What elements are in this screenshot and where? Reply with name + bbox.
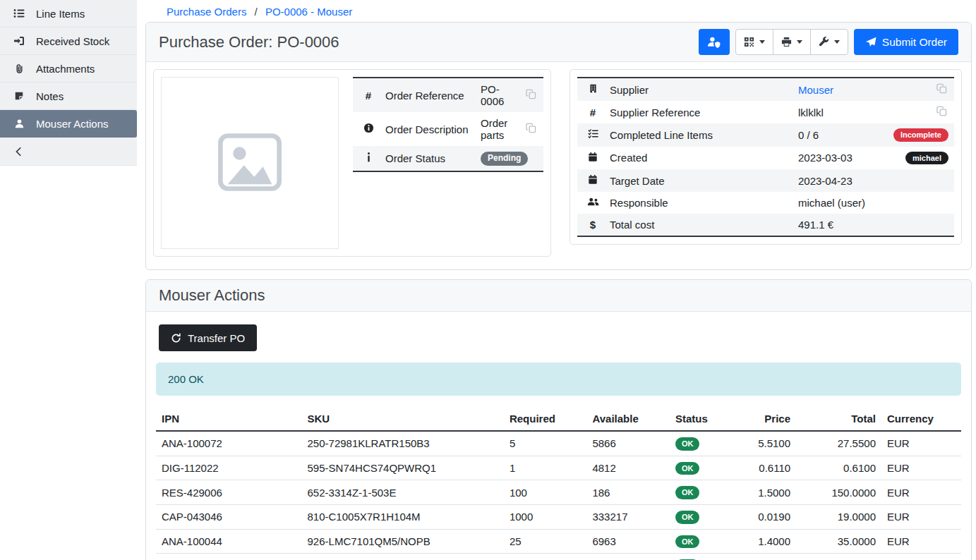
created-row: Created 2023-03-03michael [577,147,954,170]
cell-sku: 611-110.107.011/0205 [302,554,504,560]
ok-badge: OK [675,511,700,524]
sidebar-item-attachments[interactable]: Attachments [0,55,137,83]
detail-label: Created [604,147,793,170]
user-icon [12,118,26,129]
cell-available: 4812 [586,456,670,480]
supplier-details-card: Supplier Mouser # Supplier Reference lkl… [570,69,962,245]
submit-order-label: Submit Order [882,36,947,49]
cell-price: 5.7200 [740,554,796,560]
detail-label: Order Reference [380,78,475,112]
order-details-table: # Order Reference PO-0006 Order Descript… [353,77,543,172]
user-shield-icon [707,36,721,48]
mouser-actions-panel-body: Transfer PO 200 OK IPN SKU Required Avai… [146,312,971,560]
detail-label: Order Description [380,112,475,146]
detail-label: Supplier Reference [604,101,793,123]
copy-icon[interactable] [526,123,536,133]
cell-required: 25 [504,529,587,554]
hash-icon: # [590,106,596,118]
print-menu-button[interactable] [773,29,811,55]
main-content: Purchase Orders / PO-0006 - Mouser Purch… [137,0,976,560]
col-ipn: IPN [156,407,302,431]
incomplete-badge: Incomplete [893,128,948,142]
supplier-link[interactable]: Mouser [798,84,833,96]
ok-badge: OK [675,462,700,475]
order-description-row: Order Description Order parts [353,112,543,146]
table-row: ANA-100072 250-72981KLRATR150B3 5 5866 O… [156,431,961,456]
detail-value: michael (user) [793,192,954,214]
order-actions-menu-button[interactable] [810,29,848,55]
detail-label: Total cost [604,214,793,236]
mouser-actions-title: Mouser Actions [159,286,265,305]
table-row: ANA-100044 926-LMC7101QM5/NOPB 25 6963 O… [156,529,961,554]
dollar-icon: $ [590,219,596,231]
note-icon [12,91,26,101]
results-header-row: IPN SKU Required Available Status Price … [156,407,961,431]
printer-icon [781,37,792,47]
breadcrumb-link-purchase-orders[interactable]: Purchase Orders [167,6,246,18]
supplier-reference-row: # Supplier Reference lklklkl [577,101,954,123]
results-table: IPN SKU Required Available Status Price … [156,407,961,560]
sidebar-item-label: Mouser Actions [36,118,109,130]
cell-price: 1.5000 [740,480,796,505]
detail-value: 2023-03-03 [798,152,853,164]
cell-price: 5.5100 [740,431,796,456]
detail-value: 0 / 6 [798,129,819,141]
cell-required: 1000 [504,504,587,529]
cell-total: 27.5500 [796,431,881,456]
cell-ipn: ANA-100044 [156,529,302,554]
order-image-placeholder [161,77,339,249]
sidebar-item-received-stock[interactable]: Received Stock [0,28,137,55]
transfer-po-label: Transfer PO [188,332,245,344]
detail-label: Completed Line Items [604,123,793,147]
col-available: Available [586,407,670,431]
chevron-left-icon [12,147,26,157]
header-actions: Submit Order [699,29,958,55]
purchase-order-panel: Purchase Order: PO-0006 [145,22,972,270]
detail-label: Responsible [604,192,793,214]
breadcrumb: Purchase Orders / PO-0006 - Mouser [145,0,972,22]
order-reference-row: # Order Reference PO-0006 [353,78,543,112]
cell-sku: 810-C1005X7R1H104M [302,504,504,529]
sidebar-item-line-items[interactable]: Line Items [0,0,137,28]
purchase-order-panel-body: # Order Reference PO-0006 Order Descript… [146,62,971,269]
header-dropdown-group [735,29,848,55]
cell-ipn: DIG-112022 [156,456,302,480]
sidebar-item-notes[interactable]: Notes [0,83,137,110]
cell-total: 0.6100 [796,456,881,480]
table-row: SWT-200005 611-110.107.011/0205 47 47 OK… [156,554,961,560]
detail-value: lklklkl [793,101,934,123]
breadcrumb-link-current-order[interactable]: PO-0006 - Mouser [265,6,352,18]
sidebar-item-label: Notes [36,90,64,102]
info-circle-icon [363,123,374,133]
caret-down-icon [834,40,840,44]
info-icon [367,152,370,162]
sidebar-collapse-button[interactable] [0,138,137,166]
cell-status: OK [670,529,740,554]
copy-icon[interactable] [936,83,947,94]
purchase-order-panel-header: Purchase Order: PO-0006 [146,23,971,62]
detail-value: PO-0006 [475,78,524,112]
ok-badge: OK [675,486,700,499]
cell-sku: 250-72981KLRATR150B3 [302,431,504,456]
total-cost-row: $ Total cost 491.1 € [577,214,954,236]
hash-icon: # [366,90,371,102]
cell-ipn: CAP-043046 [156,504,302,529]
copy-icon[interactable] [526,89,536,99]
supplier-row: Supplier Mouser [577,78,954,101]
cell-status: OK [670,431,740,456]
user-shield-button[interactable] [699,29,730,55]
cell-required: 1 [504,456,587,480]
sign-in-icon [12,35,26,47]
sidebar-item-mouser-actions[interactable]: Mouser Actions [0,110,137,138]
submit-order-button[interactable]: Submit Order [854,29,958,55]
cell-total: 35.0000 [796,529,881,554]
transfer-po-button[interactable]: Transfer PO [159,324,257,351]
caret-down-icon [759,40,765,44]
barcode-menu-button[interactable] [735,29,773,55]
cell-ipn: RES-429006 [156,480,302,505]
cell-sku: 652-3314Z-1-503E [302,480,504,505]
sidebar-item-label: Line Items [36,8,85,20]
cell-sku: 595-SN74HCS74QPWRQ1 [302,456,504,480]
copy-icon[interactable] [936,106,947,116]
status-alert: 200 OK [156,363,961,396]
